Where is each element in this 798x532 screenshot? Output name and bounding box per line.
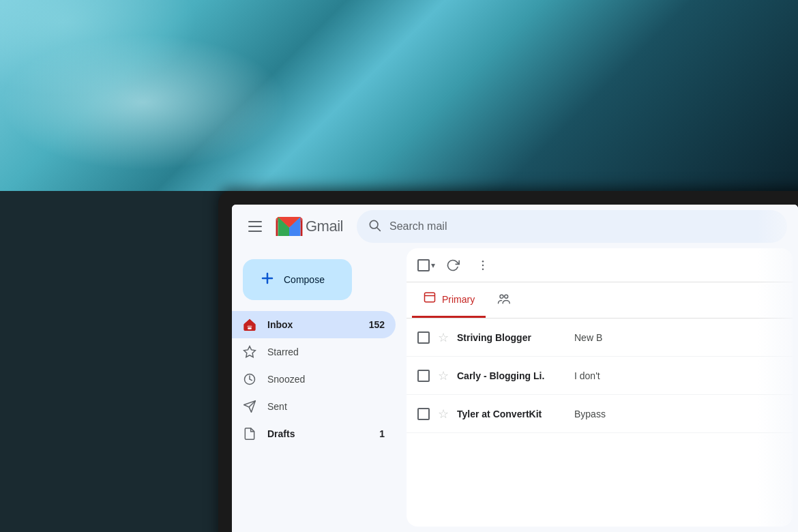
svg-point-14 [505, 295, 508, 298]
inbox-badge: 152 [369, 319, 385, 330]
svg-point-9 [482, 260, 484, 262]
drafts-badge: 1 [379, 428, 385, 439]
snoozed-icon [243, 372, 256, 386]
svg-marker-5 [244, 346, 256, 357]
email-preview-0: New B [574, 332, 782, 343]
svg-rect-12 [425, 293, 435, 301]
email-toolbar: ▾ [407, 248, 793, 282]
starred-label: Starred [267, 346, 299, 357]
hamburger-button[interactable] [243, 216, 267, 237]
tab-primary[interactable]: Primary [412, 282, 486, 318]
primary-tab-icon [423, 291, 437, 308]
sidebar: Compose Inbox 152 [232, 248, 407, 532]
email-preview-2: Bypass [574, 409, 782, 419]
drafts-icon [243, 427, 256, 441]
gmail-wordmark: Gmail [306, 218, 343, 235]
svg-line-1 [377, 227, 381, 231]
email-star-1[interactable]: ☆ [438, 368, 449, 383]
email-sender-0: Striving Blogger [457, 332, 566, 343]
email-preview-1: I don't [574, 370, 782, 381]
sent-label: Sent [267, 401, 287, 412]
compose-label: Compose [284, 274, 325, 285]
sidebar-item-snoozed[interactable]: Snoozed [232, 366, 396, 393]
tabs-bar: Primary Social [407, 282, 793, 319]
search-placeholder: Search mail [389, 220, 447, 233]
inbox-label: Inbox [267, 319, 293, 330]
background-photo [0, 0, 798, 191]
more-options-button[interactable] [471, 253, 495, 278]
select-checkbox-dropdown[interactable]: ▾ [417, 259, 435, 271]
svg-point-11 [482, 268, 484, 270]
email-checkbox-1[interactable] [417, 370, 430, 382]
email-row[interactable]: ☆ Tyler at ConvertKit Bypass [407, 395, 793, 433]
refresh-button[interactable] [441, 253, 465, 278]
primary-tab-label: Primary [442, 294, 475, 305]
snoozed-label: Snoozed [267, 374, 305, 385]
sidebar-item-starred[interactable]: Starred [232, 338, 396, 366]
gmail-header: Gmail Search mail [232, 205, 798, 248]
email-checkbox-0[interactable] [417, 331, 430, 344]
select-all-checkbox[interactable] [417, 259, 430, 271]
email-list: ☆ Striving Blogger New B ☆ Carly - Blogg… [407, 319, 793, 527]
email-star-2[interactable]: ☆ [438, 407, 449, 422]
svg-point-13 [500, 295, 503, 298]
tab-social[interactable]: Social [486, 284, 521, 317]
compose-button[interactable]: Compose [243, 259, 352, 300]
email-star-0[interactable]: ☆ [438, 330, 449, 345]
email-sender-2: Tyler at ConvertKit [457, 409, 566, 419]
checkbox-dropdown-chevron[interactable]: ▾ [431, 261, 435, 270]
svg-rect-4 [248, 326, 252, 329]
email-checkbox-2[interactable] [417, 408, 430, 420]
search-bar[interactable]: Search mail [357, 210, 787, 243]
drafts-label: Drafts [267, 428, 295, 439]
gmail-logo: Gmail [276, 217, 343, 236]
email-row[interactable]: ☆ Carly - Blogging Li. I don't [407, 357, 793, 395]
compose-plus-icon [259, 270, 276, 289]
email-sender-1: Carly - Blogging Li. [457, 370, 566, 381]
gmail-body: Compose Inbox 152 [232, 248, 798, 532]
email-area: ▾ [407, 248, 793, 527]
sent-icon [243, 400, 256, 413]
gmail-screen: Gmail Search mail [232, 205, 798, 532]
star-nav-icon [243, 345, 256, 359]
search-icon [368, 218, 381, 235]
inbox-icon [243, 318, 256, 331]
sidebar-item-sent[interactable]: Sent [232, 393, 396, 420]
social-tab-icon [497, 292, 510, 309]
email-row[interactable]: ☆ Striving Blogger New B [407, 319, 793, 357]
sidebar-item-drafts[interactable]: Drafts 1 [232, 420, 396, 447]
gmail-m-icon [276, 217, 303, 236]
svg-point-10 [482, 264, 484, 266]
sidebar-item-inbox[interactable]: Inbox 152 [232, 311, 396, 338]
